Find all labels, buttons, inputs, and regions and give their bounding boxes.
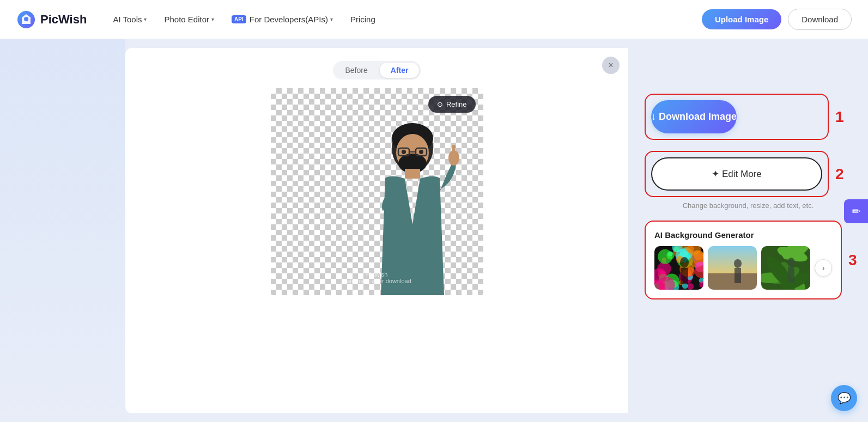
step-2-row: ✦ Edit More 2	[645, 151, 852, 197]
logo[interactable]: PicWish	[16, 10, 87, 29]
svg-point-10	[419, 150, 423, 154]
close-icon: ×	[608, 60, 613, 70]
nav-item-photo-editor[interactable]: Photo Editor ▾	[157, 10, 221, 28]
upload-image-button[interactable]: Upload Image	[702, 9, 781, 29]
chevron-down-icon: ▾	[144, 16, 147, 22]
refine-button[interactable]: ⊙ Refine	[428, 96, 476, 113]
step-1-number: 1	[835, 108, 852, 126]
download-button[interactable]: Download	[788, 9, 852, 30]
nav-item-for-developers[interactable]: API For Developers(APIs) ▾	[225, 10, 339, 28]
api-badge: API	[232, 15, 246, 23]
step-2-box: ✦ Edit More	[645, 151, 829, 197]
chat-icon: 💬	[837, 392, 851, 405]
edit-hint: Change background, resize, add text, etc…	[683, 201, 814, 210]
canvas-area: PicWish watermark after download ⊙ Refin…	[125, 88, 628, 413]
image-wrapper: PicWish watermark after download ⊙ Refin…	[271, 88, 483, 295]
svg-rect-11	[405, 169, 420, 179]
edit-more-button[interactable]: ✦ Edit More	[651, 157, 822, 191]
ai-bg-images: ›	[654, 246, 832, 290]
refine-icon: ⊙	[437, 100, 443, 108]
ai-bg-next-button[interactable]: ›	[815, 259, 832, 277]
svg-rect-13	[452, 145, 456, 158]
step-3-row: AI Background Generator ›	[645, 221, 852, 299]
step-1-box: ↓ Download Image	[645, 94, 829, 140]
svg-point-1	[24, 17, 28, 21]
toggle-before[interactable]: Before	[335, 63, 379, 78]
logo-icon	[16, 10, 36, 29]
svg-point-9	[402, 150, 406, 154]
step-3-number: 3	[848, 252, 865, 269]
header: PicWish AI Tools ▾ Photo Editor ▾ API Fo…	[0, 0, 868, 39]
main-nav: AI Tools ▾ Photo Editor ▾ API For Develo…	[106, 10, 381, 28]
close-button[interactable]: ×	[602, 57, 620, 74]
ai-bg-thumb-bokeh[interactable]	[654, 246, 703, 290]
sidebar-left	[0, 39, 125, 422]
ai-bg-thumb-landscape[interactable]	[708, 246, 757, 290]
right-panel: ↓ Download Image 1 ✦ Edit More 2 Change …	[628, 39, 868, 422]
toggle-container: Before After	[125, 48, 628, 88]
floating-edit-button[interactable]: ✏	[844, 199, 868, 223]
ai-bg-title: AI Background Generator	[654, 230, 832, 240]
person-image	[358, 115, 467, 295]
header-left: PicWish AI Tools ▾ Photo Editor ▾ API Fo…	[16, 10, 382, 29]
ai-bg-thumb-green[interactable]	[761, 246, 810, 290]
before-after-toggle: Before After	[333, 61, 421, 79]
editor-container: × Before After	[125, 48, 628, 413]
checkerboard-background: PicWish watermark after download	[271, 88, 483, 295]
ai-background-section: AI Background Generator ›	[645, 221, 842, 299]
chevron-down-icon: ▾	[330, 16, 333, 22]
edit-icon: ✏	[852, 205, 861, 218]
nav-item-ai-tools[interactable]: AI Tools ▾	[106, 10, 153, 28]
watermark: PicWish watermark after download	[342, 271, 411, 284]
download-image-button[interactable]: ↓ Download Image	[651, 100, 737, 133]
step-2-number: 2	[835, 166, 852, 183]
step-1-row: ↓ Download Image 1	[645, 94, 852, 140]
main-content: × Before After	[0, 39, 868, 422]
toggle-after[interactable]: After	[380, 63, 420, 78]
header-right: Upload Image Download	[702, 9, 852, 30]
chevron-down-icon: ▾	[211, 16, 214, 22]
logo-text: PicWish	[40, 13, 87, 27]
nav-item-pricing[interactable]: Pricing	[344, 10, 382, 28]
chat-button[interactable]: 💬	[831, 385, 857, 411]
